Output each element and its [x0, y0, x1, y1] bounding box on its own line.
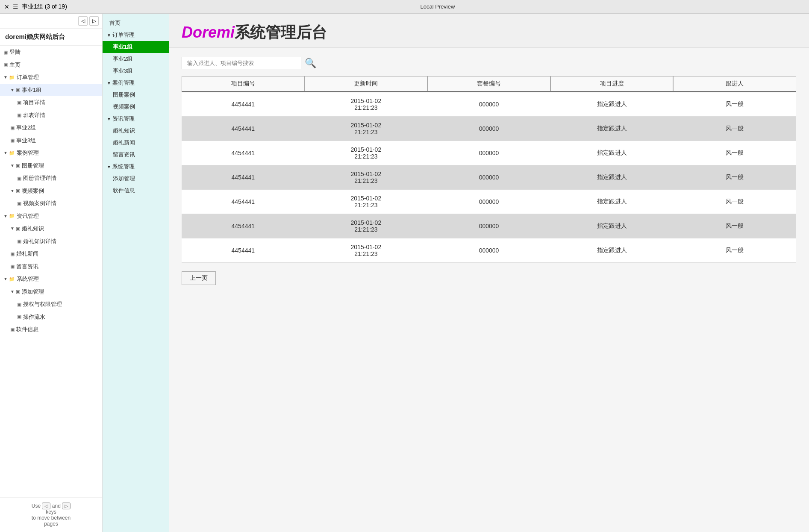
sidebar-item-video-case[interactable]: ▼ ▣ 视频案例: [0, 185, 102, 197]
table-row[interactable]: 4454441 2015-01-0221:21:23 000000 指定跟进人 …: [182, 141, 796, 165]
sidebar-label-class-detail: 班表详情: [23, 111, 45, 120]
sidebar-prev-button[interactable]: ◁: [78, 16, 88, 26]
sidebar-item-video-detail[interactable]: ▣ 视频案例详情: [0, 197, 102, 210]
sidebar-label-pic: 图册管理: [22, 162, 44, 170]
sidebar-item-news-mgmt[interactable]: ▼ 📁 资讯管理: [0, 210, 102, 223]
window-title: 事业1组 (3 of 19): [22, 3, 67, 11]
sidebar-arrow-pic: ▼: [10, 162, 15, 169]
sidebar-label-pic-detail: 图册管理详情: [23, 174, 56, 182]
nav-video-case[interactable]: 视频案例: [103, 101, 169, 113]
sidebar-item-op-flow[interactable]: ▣ 操作流水: [0, 311, 102, 323]
table-row[interactable]: 4454441 2015-01-0221:21:23 000000 指定跟进人 …: [182, 92, 796, 117]
sidebar-item-home[interactable]: ▣ 主页: [0, 59, 102, 71]
nav-add-mgmt2[interactable]: 添加管理: [103, 173, 169, 185]
cell-project-no: 4454441: [182, 198, 305, 205]
sidebar-item-pic-mgmt[interactable]: ▼ ▣ 图册管理: [0, 159, 102, 172]
sidebar-items: ▣ 登陆 ▣ 主页 ▼ 📁 订单管理 ▼ ▣ 事业1组: [0, 46, 102, 497]
sidebar-label-wknow: 婚礼知识: [22, 224, 44, 233]
sidebar-item-class-detail[interactable]: ▣ 班表详情: [0, 109, 102, 122]
header-project-no[interactable]: 项目编号: [182, 76, 305, 91]
sidebar-icon-project-detail: ▣: [17, 99, 21, 106]
nav-wedding-news[interactable]: 婚礼新闻: [103, 137, 169, 149]
nav-order-mgmt[interactable]: ▼ 订单管理: [103, 29, 169, 41]
nav-shiye3[interactable]: 事业3组: [103, 65, 169, 77]
sidebar-label-case: 案例管理: [17, 149, 39, 157]
nav-shiye2[interactable]: 事业2组: [103, 53, 169, 65]
nav-news-mgmt[interactable]: ▼ 资讯管理: [103, 113, 169, 125]
nav-shiye1[interactable]: 事业1组: [103, 41, 169, 53]
sidebar-item-shiye1[interactable]: ▼ ▣ 事业1组: [0, 84, 102, 97]
sidebar-item-sys-mgmt[interactable]: ▼ 📁 系统管理: [0, 273, 102, 285]
cell-package-no: 000000: [427, 125, 550, 132]
pagination: 上一页: [182, 271, 796, 285]
cell-update-time: 2015-01-0221:21:23: [305, 195, 428, 209]
sidebar-item-wknow-detail[interactable]: ▣ 婚礼知识详情: [0, 235, 102, 248]
sidebar-icon-auth: ▣: [17, 301, 21, 308]
main-header: Doremi系统管理后台: [169, 14, 809, 48]
table-row[interactable]: 4454441 2015-01-0221:21:23 000000 指定跟进人 …: [182, 238, 796, 263]
header-follow-person[interactable]: 跟进人: [673, 76, 796, 91]
sidebar-folder-order: 📁: [9, 74, 15, 81]
sidebar-item-add-mgmt[interactable]: ▼ ▣ 添加管理: [0, 285, 102, 298]
footer-pages-text: pages: [5, 521, 97, 527]
prev-page-button[interactable]: 上一页: [182, 271, 216, 285]
sidebar-item-order-mgmt[interactable]: ▼ 📁 订单管理: [0, 71, 102, 84]
sidebar-item-login[interactable]: ▣ 登陆: [0, 46, 102, 59]
sidebar-arrow-shiye1: ▼: [10, 87, 15, 93]
nav-wedding-know[interactable]: 婚礼知识: [103, 125, 169, 137]
close-icon[interactable]: ✕: [4, 3, 9, 10]
cell-update-time: 2015-01-0221:21:23: [305, 244, 428, 257]
sidebar-item-auth[interactable]: ▣ 授权与权限管理: [0, 298, 102, 311]
nav-case-mgmt[interactable]: ▼ 案例管理: [103, 77, 169, 89]
preview-label: Local Preview: [71, 3, 805, 10]
main-title: Doremi系统管理后台: [182, 22, 796, 43]
sidebar-search-input[interactable]: [3, 18, 78, 24]
header-progress[interactable]: 项目进度: [550, 76, 674, 91]
sidebar-item-wedding-know[interactable]: ▼ ▣ 婚礼知识: [0, 222, 102, 235]
main-panel: Doremi系统管理后台 🔍 项目编号 更新时间 套餐编号 项目进度 跟进人: [169, 14, 809, 532]
sidebar-item-pic-detail[interactable]: ▣ 图册管理详情: [0, 172, 102, 185]
sidebar-arrow-order: ▼: [3, 74, 8, 80]
cell-project-no: 4454441: [182, 150, 305, 156]
sidebar-icon-pic-detail: ▣: [17, 175, 21, 182]
sidebar-arrow-news: ▼: [3, 213, 8, 219]
sidebar-nav-controls: ◁ ▷: [78, 16, 99, 26]
nav-sys-mgmt[interactable]: ▼ 系统管理: [103, 161, 169, 173]
nav-home[interactable]: 首页: [103, 17, 169, 29]
sidebar-item-comments[interactable]: ▣ 留言资讯: [0, 260, 102, 273]
table-row[interactable]: 4454441 2015-01-0221:21:23 000000 指定跟进人 …: [182, 214, 796, 238]
sidebar-next-button[interactable]: ▷: [89, 16, 99, 26]
sidebar-icon-op-flow: ▣: [17, 313, 21, 320]
nav-arrow-news: ▼: [107, 117, 111, 121]
right-key-icon[interactable]: ▷: [62, 503, 71, 509]
sidebar-item-shiye3[interactable]: ▣ 事业3组: [0, 134, 102, 147]
sidebar-icon-home: ▣: [3, 61, 8, 68]
sidebar-label-shiye1: 事业1组: [22, 86, 41, 94]
header-update-time[interactable]: 更新时间: [305, 76, 428, 91]
table-row[interactable]: 4454441 2015-01-0221:21:23 000000 指定跟进人 …: [182, 165, 796, 190]
nav-software-info2[interactable]: 软件信息: [103, 185, 169, 197]
main-layout: ◁ ▷ doremi婚庆网站后台 ▣ 登陆 ▣ 主页 ▼ 📁: [0, 14, 809, 532]
search-input[interactable]: [182, 57, 301, 69]
sidebar-item-case-mgmt[interactable]: ▼ 📁 案例管理: [0, 147, 102, 159]
sidebar-label-sys: 系统管理: [17, 275, 39, 283]
table-row[interactable]: 4454441 2015-01-0221:21:23 000000 指定跟进人 …: [182, 190, 796, 214]
sidebar-item-shiye2[interactable]: ▣ 事业2组: [0, 121, 102, 134]
sidebar-item-software-info[interactable]: ▣ 软件信息: [0, 323, 102, 336]
nav-msg-news[interactable]: 留言资讯: [103, 149, 169, 161]
sidebar-label-video-detail: 视频案例详情: [23, 199, 56, 208]
left-key-icon[interactable]: ◁: [42, 503, 50, 509]
header-package-no[interactable]: 套餐编号: [427, 76, 550, 91]
cell-package-no: 000000: [427, 101, 550, 108]
cell-progress: 指定跟进人: [550, 125, 674, 132]
sidebar-label-auth: 授权与权限管理: [23, 300, 62, 309]
content-area: 首页 ▼ 订单管理 事业1组 事业2组 事业3组 ▼ 案例管理 图册案例 视频案…: [103, 14, 809, 532]
cell-project-no: 4454441: [182, 101, 305, 108]
nav-pic-case[interactable]: 图册案例: [103, 89, 169, 101]
sidebar-item-project-detail[interactable]: ▣ 项目详情: [0, 96, 102, 109]
cell-progress: 指定跟进人: [550, 247, 674, 254]
table-row[interactable]: 4454441 2015-01-0221:21:23 000000 指定跟进人 …: [182, 117, 796, 141]
sidebar-item-wedding-news[interactable]: ▣ 婚礼新闻: [0, 247, 102, 260]
sidebar-icon-class-detail: ▣: [17, 112, 21, 119]
search-icon[interactable]: 🔍: [305, 58, 316, 69]
